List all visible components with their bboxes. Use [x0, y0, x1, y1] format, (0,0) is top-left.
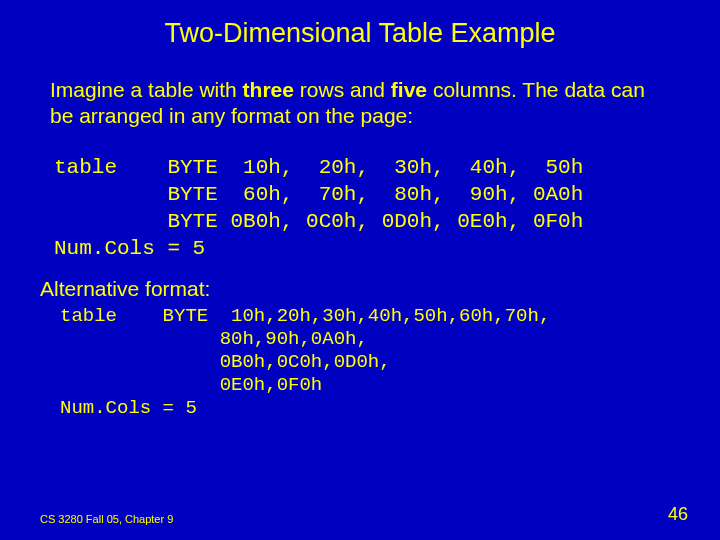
- code-block-2: table BYTE 10h,20h,30h,40h,50h,60h,70h, …: [0, 301, 720, 421]
- intro-bold-five: five: [391, 78, 427, 101]
- intro-text-2: rows and: [294, 78, 391, 101]
- code-block-1: table BYTE 10h, 20h, 30h, 40h, 50h BYTE …: [0, 130, 720, 263]
- code2-line-5: Num.Cols = 5: [60, 397, 197, 419]
- intro-bold-three: three: [243, 78, 294, 101]
- code1-line-1: table BYTE 10h, 20h, 30h, 40h, 50h: [54, 156, 583, 179]
- footer-course-info: CS 3280 Fall 05, Chapter 9: [40, 513, 173, 525]
- intro-paragraph: Imagine a table with three rows and five…: [0, 49, 720, 130]
- code2-line-2: 80h,90h,0A0h,: [60, 328, 368, 350]
- intro-text-1: Imagine a table with: [50, 78, 243, 101]
- code2-line-4: 0E0h,0F0h: [60, 374, 322, 396]
- code1-line-2: BYTE 60h, 70h, 80h, 90h, 0A0h: [54, 183, 583, 206]
- code1-line-3: BYTE 0B0h, 0C0h, 0D0h, 0E0h, 0F0h: [54, 210, 583, 233]
- alternative-label: Alternative format:: [0, 263, 720, 301]
- code2-line-1: table BYTE 10h,20h,30h,40h,50h,60h,70h,: [60, 305, 550, 327]
- code2-line-3: 0B0h,0C0h,0D0h,: [60, 351, 391, 373]
- code1-line-4: Num.Cols = 5: [54, 237, 205, 260]
- slide-title: Two-Dimensional Table Example: [0, 0, 720, 49]
- footer-page-number: 46: [668, 504, 688, 525]
